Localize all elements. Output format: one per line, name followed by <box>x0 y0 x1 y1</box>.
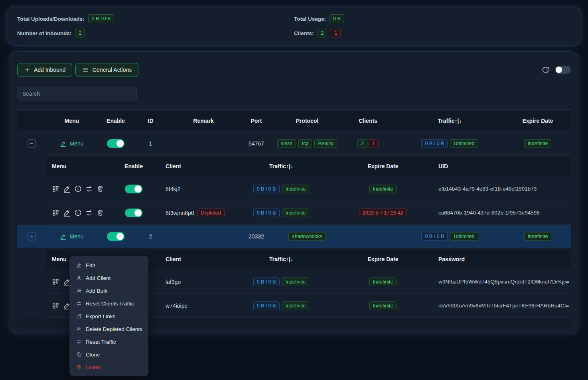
stat-number-inbounds-value: 2 <box>75 29 85 37</box>
edit-client-icon[interactable] <box>63 185 71 193</box>
qr-code-icon[interactable] <box>52 185 59 193</box>
menu-item-label: Delete <box>86 364 101 370</box>
stats-panel: Total Uploads/Downloads: 0 B / 0 B Total… <box>6 6 582 45</box>
traffic-limit-badge: Indefinite <box>282 278 310 286</box>
edit-icon <box>76 262 82 268</box>
inbound-1-menu-button[interactable]: Menu <box>60 140 83 147</box>
client-uid: ca68470b-1940-437d-802b-1f9573e94598 <box>429 201 571 224</box>
client-traffic-cell: 0 B / 0 B Indefinite <box>225 294 337 317</box>
inbound-1-enable-toggle[interactable] <box>107 139 124 148</box>
menu-item-delete[interactable]: Delete <box>70 361 148 374</box>
toggle-knob <box>116 233 124 240</box>
protocol-tag-shadowsocks: shadowsocks <box>288 232 326 241</box>
plus-icon <box>24 67 30 73</box>
menu-item-export-links[interactable]: Export Links <box>70 310 148 323</box>
inbound-1-remark <box>168 132 239 155</box>
add-inbound-button[interactable]: Add Inbound <box>17 63 72 77</box>
stat-total-usage: Total Usage: 0 B <box>294 14 571 23</box>
toggle-knob <box>134 209 142 217</box>
qr-code-icon[interactable] <box>52 278 59 285</box>
client-enable-toggle[interactable] <box>125 185 142 193</box>
general-actions-button[interactable]: General Actions <box>75 63 138 77</box>
info-icon[interactable] <box>74 185 82 193</box>
menu-item-reset-clients-traffic[interactable]: Reset Clients Traffic <box>70 297 148 310</box>
search-input[interactable] <box>17 87 137 100</box>
delete-client-icon[interactable] <box>97 209 104 217</box>
protocol-tag-tcp: tcp <box>298 139 312 148</box>
expire-badge: Indefinite <box>369 278 397 286</box>
client-expire-cell: Indefinite <box>337 177 429 201</box>
info-icon[interactable] <box>74 209 82 217</box>
client-expire-cell: Indefinite <box>337 270 429 293</box>
add-inbound-label: Add Inbound <box>34 67 65 73</box>
menu-item-label: Delete Depleted Clients <box>86 326 142 332</box>
menu-item-clone[interactable]: Clone <box>70 348 148 361</box>
stat-clients-label: Clients: <box>294 30 314 36</box>
menu-item-label: Reset Clients Traffic <box>86 301 134 307</box>
toggle-knob <box>116 140 124 147</box>
refresh-icon[interactable] <box>542 66 549 74</box>
inbound-2-port: 20332 <box>239 225 273 248</box>
reset-traffic-icon[interactable] <box>85 209 93 217</box>
menu-item-reset-traffic[interactable]: Reset Traffic <box>70 335 148 348</box>
theme-toggle[interactable] <box>555 66 571 74</box>
reset-traffic-icon[interactable] <box>85 185 93 193</box>
reset-icon <box>76 301 82 306</box>
client-enable-toggle[interactable] <box>125 209 142 217</box>
inbound-2-enable-toggle[interactable] <box>107 232 124 241</box>
traffic-value-badge: 0 B / 0 B <box>253 209 280 217</box>
inbound-2-menu-button[interactable]: Menu <box>60 233 83 240</box>
collapse-inbound-1-button[interactable] <box>28 139 36 148</box>
menu-lines-icon <box>82 67 89 73</box>
theme-toggle-knob <box>556 67 562 73</box>
collapse-inbound-2-button[interactable] <box>28 232 36 240</box>
header-remark: Remark <box>168 110 239 132</box>
protocol-tag-vless: vless <box>277 139 296 148</box>
inbound-2-traffic-cell: 0 B / 0 B Unlimited <box>395 225 505 248</box>
inbound-1-enable-cell <box>98 132 134 155</box>
client-header-expire: Expire Date <box>337 248 429 270</box>
menu-item-edit[interactable]: Edit <box>70 259 148 272</box>
qr-code-icon[interactable] <box>52 209 59 217</box>
traffic-value-badge: 0 B / 0 B <box>421 232 448 241</box>
menu-item-label: Add Bulk <box>86 288 107 294</box>
menu-item-add-client[interactable]: Add Client <box>70 272 148 284</box>
stat-total-uploads: Total Uploads/Downloads: 0 B / 0 B <box>17 14 294 23</box>
client-actions-cell <box>46 177 118 201</box>
inbound-1-menu-cell: Menu <box>46 132 98 155</box>
edit-client-icon[interactable] <box>63 209 71 217</box>
stats-grid: Total Uploads/Downloads: 0 B / 0 B Total… <box>17 14 571 37</box>
expire-date-badge: 2023-5-7 17:25:42 <box>359 209 407 217</box>
client-traffic-cell: 0 B / 0 B Indefinite <box>225 177 337 201</box>
stat-clients-depleted-badge: 1 <box>331 29 341 37</box>
inbound-1-id: 1 <box>134 132 168 155</box>
client-header-traffic-sort[interactable]: Traffic↑|↓ <box>225 156 337 177</box>
client-name: w74ioipe <box>150 294 225 317</box>
protocol-tag-reality: Reality <box>314 139 337 148</box>
inbound-row-1[interactable]: Menu 1 54767 vless tcp Reality 2 1 <box>17 132 571 155</box>
inbound-1-clients-cell: 2 1 <box>341 132 395 155</box>
depleted-badge: Depleted <box>197 209 225 217</box>
qr-code-icon[interactable] <box>52 302 59 309</box>
inbound-1-port: 54767 <box>239 132 273 155</box>
menu-item-delete-depleted-clients[interactable]: Delete Depleted Clients <box>70 323 148 335</box>
toggle-knob <box>134 185 142 193</box>
refresh-icon <box>76 339 82 345</box>
menu-item-add-bulk[interactable]: Add Bulk <box>70 284 148 297</box>
traffic-value-badge: 0 B / 0 B <box>253 301 280 310</box>
client-header-traffic-sort[interactable]: Traffic↑|↓ <box>225 248 337 270</box>
header-id: ID <box>134 110 168 132</box>
edit-icon <box>60 233 66 240</box>
expire-badge: Indefinite <box>524 232 552 241</box>
general-actions-label: General Actions <box>92 67 132 73</box>
client-header-password: Password <box>429 248 571 270</box>
header-traffic-sort[interactable]: Traffic↑|↓ <box>395 110 505 132</box>
header-expire-date: Expire Date <box>505 110 571 132</box>
stat-total-usage-label: Total Usage: <box>294 16 326 22</box>
client-header-uid: UID <box>429 156 571 177</box>
toolbar-right <box>542 66 571 74</box>
delete-client-icon[interactable] <box>97 185 104 193</box>
traffic-limit-badge: Indefinite <box>282 185 310 193</box>
inbound-row-2[interactable]: Menu 2 20332 shadowsocks 0 B / 0 B Unlim… <box>17 225 571 248</box>
export-icon <box>76 313 82 319</box>
